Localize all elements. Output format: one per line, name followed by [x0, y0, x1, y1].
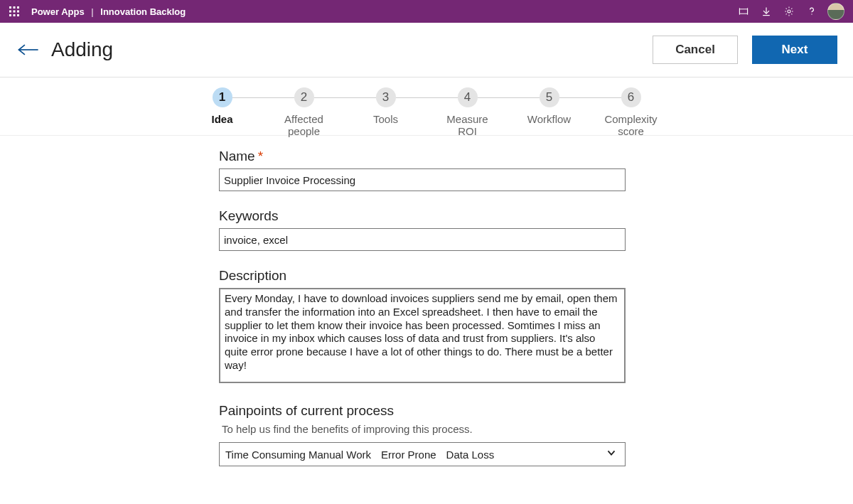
brand-right: Innovation Backlog	[100, 6, 186, 17]
field-name: Name*	[219, 149, 660, 191]
cancel-button[interactable]: Cancel	[653, 36, 738, 64]
svg-rect-1	[14, 6, 16, 9]
description-label: Description	[219, 268, 660, 284]
idea-form: Name* Keywords Description Painpoints of…	[219, 149, 660, 466]
keywords-label: Keywords	[219, 208, 660, 224]
svg-rect-6	[9, 14, 11, 16]
step-5[interactable]: 5Workflow	[508, 87, 590, 135]
step-number: 3	[376, 87, 396, 107]
step-6[interactable]: 6Complexityscore	[590, 87, 672, 135]
step-label: Idea	[181, 113, 263, 125]
app-brand: Power Apps | Innovation Backlog	[31, 6, 186, 17]
settings-icon[interactable]	[778, 0, 800, 23]
description-textarea[interactable]	[219, 288, 626, 383]
step-number: 6	[621, 87, 641, 107]
page-title: Adding	[51, 38, 113, 61]
field-painpoints: Painpoints of current process To help us…	[219, 403, 660, 466]
svg-rect-8	[17, 14, 19, 16]
name-label-text: Name	[219, 149, 255, 163]
svg-rect-0	[9, 6, 11, 9]
next-button[interactable]: Next	[752, 36, 837, 64]
step-number: 1	[213, 87, 232, 107]
field-description: Description	[219, 268, 660, 386]
download-icon[interactable]	[755, 0, 778, 23]
name-input[interactable]	[219, 168, 626, 191]
required-indicator: *	[258, 149, 263, 163]
step-number: 5	[540, 87, 559, 107]
brand-left: Power Apps	[31, 6, 85, 17]
step-label: Workflow	[508, 113, 590, 125]
step-2[interactable]: 2Affectedpeople	[263, 87, 345, 135]
waffle-icon[interactable]	[6, 3, 23, 20]
step-3[interactable]: 3Tools	[345, 87, 426, 135]
step-number: 4	[458, 87, 478, 107]
svg-rect-7	[14, 14, 16, 16]
step-label: MeasureROI	[426, 113, 508, 138]
step-4[interactable]: 4MeasureROI	[426, 87, 508, 135]
painpoints-label: Painpoints of current process	[219, 403, 660, 419]
painpoint-tag: Time Consuming Manual Work	[225, 449, 371, 461]
svg-rect-9	[739, 9, 747, 14]
svg-point-15	[811, 14, 812, 14]
step-label: Tools	[345, 113, 426, 125]
field-keywords: Keywords	[219, 208, 660, 251]
global-header: Power Apps | Innovation Backlog	[0, 0, 853, 23]
svg-rect-2	[17, 6, 19, 9]
user-avatar[interactable]	[827, 3, 844, 20]
painpoints-dropdown[interactable]: Time Consuming Manual WorkError ProneDat…	[219, 442, 626, 466]
step-label: Affectedpeople	[263, 113, 345, 138]
svg-rect-4	[14, 11, 16, 13]
back-arrow-icon[interactable]	[16, 37, 41, 63]
painpoint-tag: Error Prone	[381, 449, 436, 461]
stepper: 1Idea2Affectedpeople3Tools4MeasureROI5Wo…	[0, 77, 853, 136]
painpoints-help: To help us find the benefits of improvin…	[222, 423, 660, 435]
page-header: Adding Cancel Next	[0, 23, 853, 77]
step-label: Complexityscore	[590, 113, 672, 138]
chevron-down-icon	[605, 446, 618, 462]
help-icon[interactable]	[800, 0, 823, 23]
painpoint-tag: Data Loss	[446, 449, 495, 461]
step-number: 2	[294, 87, 314, 107]
brand-separator: |	[91, 6, 93, 17]
step-1[interactable]: 1Idea	[181, 87, 263, 135]
name-label: Name*	[219, 149, 660, 164]
svg-point-14	[788, 10, 790, 13]
keywords-input[interactable]	[219, 228, 626, 251]
fit-icon[interactable]	[732, 0, 755, 23]
svg-rect-3	[9, 11, 11, 13]
svg-rect-5	[17, 11, 19, 13]
